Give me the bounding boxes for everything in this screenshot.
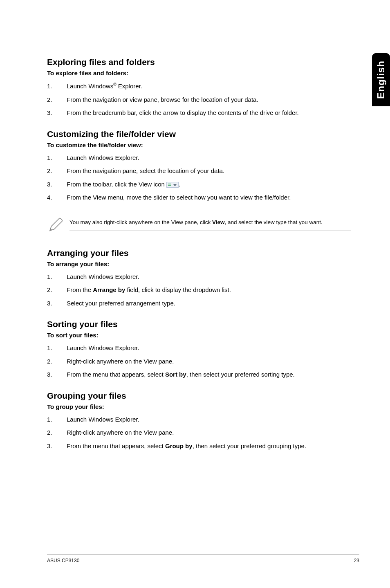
section-exploring: Exploring files and folders To explore f… [47,57,351,118]
text: From the breadcrumb bar, click the arrow… [67,109,299,116]
text: Explorer. [117,83,142,90]
text: Right-click anywhere on the View pane. [67,358,174,365]
note-block: You may also right-click anywhere on the… [47,214,351,235]
text: Select your preferred arrangement type. [67,300,175,307]
list-item: 1.Launch Windows Explorer. [47,272,351,282]
note-text: You may also right-click anywhere on the… [69,214,351,231]
list-item: 3.From the breadcrumb bar, click the arr… [47,108,351,118]
list-arranging: 1.Launch Windows Explorer. 2.From the Ar… [47,272,351,308]
view-dropdown-icon [166,182,179,188]
heading-sorting: Sorting your files [47,319,351,329]
subhead-grouping: To group your files: [47,403,351,410]
bold-text: Sort by [165,371,186,378]
bold-text: Arrange by [93,286,125,293]
subhead-sorting: To sort your files: [47,332,351,339]
list-item: 2.Right-click anywhere on the View pane. [47,357,351,366]
section-sorting: Sorting your files To sort your files: 1… [47,319,351,379]
text: From the menu that appears, select [67,442,165,449]
list-item: 4.From the View menu, move the slider to… [47,193,351,202]
heading-exploring: Exploring files and folders [47,57,351,67]
subhead-exploring: To explore files and folders: [47,70,351,76]
text: From the toolbar, click the View icon [67,181,166,188]
list-item: 3.From the menu that appears, select Gro… [47,442,351,451]
list-customizing: 1.Launch Windows Explorer. 2.From the na… [47,153,351,202]
text: From the navigation pane, select the loc… [67,167,224,174]
text: From the View menu, move the slider to s… [67,194,291,201]
registered-mark: ® [113,82,116,87]
text: From the navigation or view pane, browse… [67,96,258,103]
text: , then select your preferred sorting typ… [186,371,295,378]
text: Launch Windows Explorer. [67,154,139,161]
list-item: 3.From the toolbar, click the View icon … [47,180,351,189]
page-content: Exploring files and folders To explore f… [0,0,390,451]
text: Launch Windows Explorer. [67,416,139,423]
list-item: 2.From the Arrange by field, click to di… [47,285,351,295]
list-item: 2.From the navigation or view pane, brow… [47,95,351,105]
subhead-arranging: To arrange your files: [47,260,351,267]
list-item: 2.From the navigation pane, select the l… [47,166,351,176]
text: field, click to display the dropdown lis… [125,286,231,293]
page-number: 23 [354,558,359,563]
bold-text: View [212,219,225,225]
text: . [179,181,180,188]
list-grouping: 1.Launch Windows Explorer. 2.Right-click… [47,415,351,451]
text: From the menu that appears, select [67,371,165,378]
text: Right-click anywhere on the View pane. [67,429,174,436]
list-exploring: 1.Launch Windows® Explorer. 2.From the n… [47,81,351,118]
section-arranging: Arranging your files To arrange your fil… [47,248,351,308]
list-item: 3.Select your preferred arrangement type… [47,299,351,308]
text: From the [67,286,93,293]
text: Launch Windows [67,83,113,90]
bold-text: Group by [165,442,193,449]
text: You may also right-click anywhere on the… [69,219,212,225]
list-sorting: 1.Launch Windows Explorer. 2.Right-click… [47,343,351,379]
text: Launch Windows Explorer. [67,344,139,351]
list-item: 1.Launch Windows Explorer. [47,415,351,424]
list-item: 1.Launch Windows® Explorer. [47,81,351,91]
heading-grouping: Grouping your files [47,391,351,401]
heading-customizing: Customizing the file/folder view [47,129,351,139]
section-customizing: Customizing the file/folder view To cust… [47,129,351,235]
heading-arranging: Arranging your files [47,248,351,258]
list-item: 1.Launch Windows Explorer. [47,343,351,353]
page-footer: ASUS CP3130 23 [47,554,359,563]
list-item: 1.Launch Windows Explorer. [47,153,351,163]
pencil-icon [47,214,69,235]
section-grouping: Grouping your files To group your files:… [47,391,351,451]
text: , and select the view type that you want… [224,219,322,225]
list-item: 2.Right-click anywhere on the View pane. [47,428,351,438]
footer-left: ASUS CP3130 [47,558,79,563]
list-item: 3.From the menu that appears, select Sor… [47,370,351,379]
text: Launch Windows Explorer. [67,273,139,280]
subhead-customizing: To customize the file/folder view: [47,141,351,148]
language-tab: English [372,53,390,106]
text: , then select your preferred grouping ty… [193,442,307,449]
